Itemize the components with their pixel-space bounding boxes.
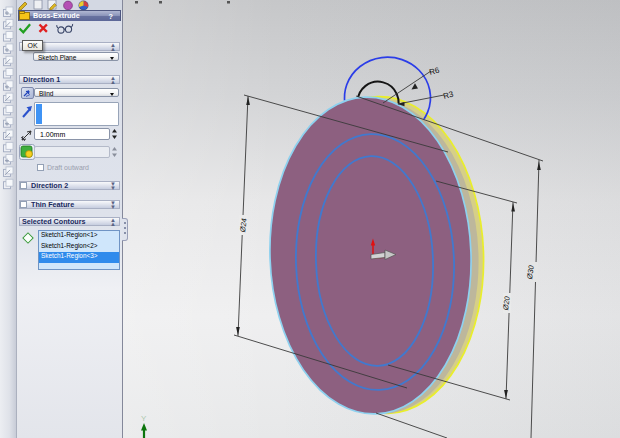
svg-text:Ø20: Ø20 <box>501 295 511 311</box>
svg-text:R6: R6 <box>428 66 441 77</box>
svg-text:Ø24: Ø24 <box>238 217 248 233</box>
svg-text:R3: R3 <box>442 90 455 101</box>
svg-text:Y: Y <box>141 414 147 423</box>
svg-text:Ø30: Ø30 <box>525 264 535 280</box>
